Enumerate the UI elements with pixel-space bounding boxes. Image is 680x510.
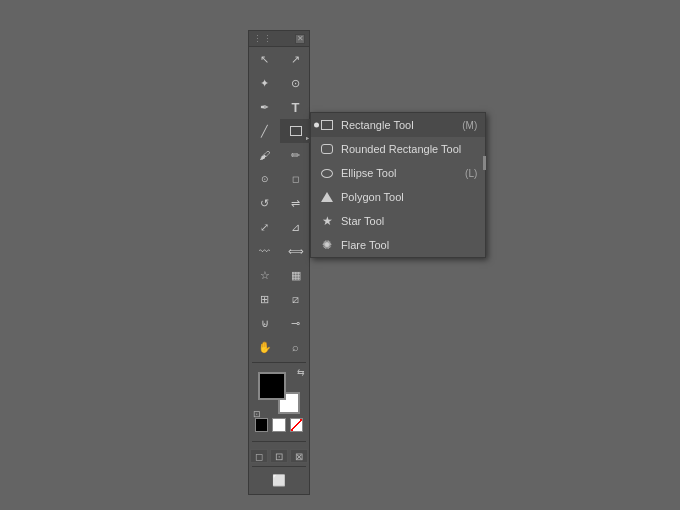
tool-warp[interactable]: 〰	[249, 239, 280, 263]
scroll-indicator	[483, 156, 486, 170]
shape-submenu: Rectangle Tool (M) Rounded Rectangle Too…	[310, 112, 486, 258]
pencil-icon: ✏	[291, 150, 300, 161]
tool-grid: ↖ ↗ ✦ ⊙ ✒ T ╱	[249, 47, 309, 359]
tool-width[interactable]: ⟺	[280, 239, 311, 263]
selection-icon: ↖	[260, 54, 269, 65]
fill-stroke-indicators	[249, 418, 309, 432]
star-tool-icon: ★	[319, 213, 335, 229]
rotate-icon: ↺	[260, 198, 269, 209]
type-icon: T	[292, 101, 300, 114]
submenu-arrow: ▸	[306, 134, 309, 141]
screen-mode-icon: ⬜	[272, 474, 286, 486]
graph-icon: ▦	[291, 270, 301, 281]
artboard-icon: ⊞	[260, 294, 269, 305]
tool-pen[interactable]: ✒	[249, 95, 280, 119]
draw-normal-button[interactable]: ◻	[250, 449, 268, 463]
tool-slice[interactable]: ⧄	[280, 287, 311, 311]
tool-zoom[interactable]: ⌕	[280, 335, 311, 359]
tool-shape[interactable]: ▸	[280, 119, 311, 143]
direct-select-icon: ↗	[291, 54, 300, 65]
flare-tool-icon: ✺	[319, 237, 335, 253]
tool-eyedropper[interactable]: ⊌	[249, 311, 280, 335]
wand-icon: ✦	[260, 78, 269, 89]
tool-brush[interactable]: 🖌	[249, 143, 280, 167]
menu-item-ellipse[interactable]: Ellipse Tool (L)	[311, 161, 485, 185]
tool-symbol[interactable]: ☆	[249, 263, 280, 287]
active-indicator	[314, 123, 319, 128]
drag-handle: ⋮⋮	[253, 34, 273, 44]
tool-line[interactable]: ╱	[249, 119, 280, 143]
ellipse-label: Ellipse Tool	[341, 167, 449, 179]
warp-icon: 〰	[259, 246, 270, 257]
tool-blob-brush[interactable]: ⊙	[249, 167, 280, 191]
rectangle-shortcut: (M)	[462, 120, 477, 131]
toolbar-panel: ⋮⋮ ✕ ↖ ↗ ✦ ⊙ ✒ T	[248, 30, 310, 495]
tool-reflect[interactable]: ⇌	[280, 191, 311, 215]
brush-icon: 🖌	[259, 150, 270, 161]
menu-item-rounded-rect[interactable]: Rounded Rectangle Tool	[311, 137, 485, 161]
tool-pencil[interactable]: ✏	[280, 143, 311, 167]
color-swatches: ⇆ ⊡	[258, 372, 300, 414]
rectangle-tool-label: Rectangle Tool	[341, 119, 446, 131]
ellipse-tool-icon	[319, 165, 335, 181]
reset-colors-button[interactable]: ⊡	[253, 409, 261, 419]
flare-label: Flare Tool	[341, 239, 461, 251]
menu-item-polygon[interactable]: Polygon Tool	[311, 185, 485, 209]
tool-measure[interactable]: ⊸	[280, 311, 311, 335]
toolbar-header[interactable]: ⋮⋮ ✕	[249, 31, 309, 47]
menu-item-star[interactable]: ★ Star Tool	[311, 209, 485, 233]
draw-inside-button[interactable]: ⊠	[290, 449, 308, 463]
zoom-icon: ⌕	[292, 342, 299, 353]
polygon-tool-icon	[319, 189, 335, 205]
divider-3	[252, 466, 306, 467]
color-area: ⇆ ⊡	[249, 366, 309, 438]
eraser-icon: ◻	[292, 174, 299, 184]
tool-rotate[interactable]: ↺	[249, 191, 280, 215]
close-button[interactable]: ✕	[295, 34, 305, 44]
tool-selection[interactable]: ↖	[249, 47, 280, 71]
mode-icons: ◻ ⊡ ⊠	[250, 449, 308, 463]
tool-hand[interactable]: ✋	[249, 335, 280, 359]
rounded-rect-tool-icon	[319, 141, 335, 157]
blob-icon: ⊙	[261, 174, 269, 184]
star-label: Star Tool	[341, 215, 461, 227]
shape-icon	[290, 126, 302, 136]
menu-item-rectangle[interactable]: Rectangle Tool (M)	[311, 113, 485, 137]
tool-eraser[interactable]: ◻	[280, 167, 311, 191]
slice-icon: ⧄	[292, 294, 299, 305]
shear-icon: ⊿	[291, 222, 300, 233]
tool-magic-wand[interactable]: ✦	[249, 71, 280, 95]
eyedropper-icon: ⊌	[261, 318, 269, 329]
measure-icon: ⊸	[291, 318, 300, 329]
reflect-icon: ⇌	[291, 198, 300, 209]
tool-scale[interactable]: ⤢	[249, 215, 280, 239]
tool-artboard[interactable]: ⊞	[249, 287, 280, 311]
rectangle-tool-icon	[319, 117, 335, 133]
pen-icon: ✒	[260, 102, 269, 113]
tool-graph[interactable]: ▦	[280, 263, 311, 287]
none-indicator[interactable]	[290, 418, 303, 432]
divider-2	[252, 441, 306, 442]
ellipse-shortcut: (L)	[465, 168, 477, 179]
fill-indicator[interactable]	[255, 418, 268, 432]
stroke-indicator[interactable]	[272, 418, 285, 432]
rounded-rect-label: Rounded Rectangle Tool	[341, 143, 461, 155]
symbol-icon: ☆	[260, 270, 270, 281]
swap-colors-button[interactable]: ⇆	[297, 367, 305, 377]
width-icon: ⟺	[288, 246, 304, 257]
hand-icon: ✋	[258, 342, 272, 353]
divider-1	[252, 362, 306, 363]
tool-direct-selection[interactable]: ↗	[280, 47, 311, 71]
scale-icon: ⤢	[260, 222, 269, 233]
screen-mode-button[interactable]: ⬜	[272, 474, 286, 486]
tool-type[interactable]: T	[280, 95, 311, 119]
workspace: ⋮⋮ ✕ ↖ ↗ ✦ ⊙ ✒ T	[0, 0, 680, 510]
menu-item-flare[interactable]: ✺ Flare Tool	[311, 233, 485, 257]
fg-color-swatch[interactable]	[258, 372, 286, 400]
polygon-label: Polygon Tool	[341, 191, 461, 203]
line-icon: ╱	[261, 126, 268, 137]
lasso-icon: ⊙	[291, 78, 300, 89]
draw-behind-button[interactable]: ⊡	[270, 449, 288, 463]
tool-shear[interactable]: ⊿	[280, 215, 311, 239]
tool-lasso[interactable]: ⊙	[280, 71, 311, 95]
